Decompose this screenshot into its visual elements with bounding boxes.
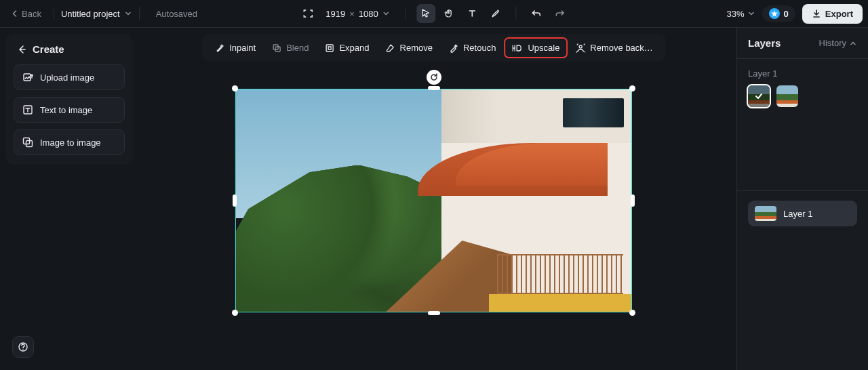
- topbar: Back Untitled project Autosaved 1919 × 1…: [0, 0, 868, 28]
- project-title[interactable]: Untitled project: [61, 9, 120, 19]
- autosave-status: Autosaved: [156, 9, 197, 19]
- back-button[interactable]: Back: [5, 6, 47, 22]
- help-icon: [18, 342, 28, 352]
- image-to-image-label: Image to image: [40, 138, 101, 148]
- export-button[interactable]: Export: [802, 4, 863, 24]
- hd-icon: [512, 44, 523, 52]
- credits-value: 0: [784, 9, 789, 19]
- handle-bottom-right[interactable]: [629, 310, 635, 316]
- text-tool-button[interactable]: [463, 4, 482, 23]
- handle-bottom[interactable]: [428, 311, 440, 315]
- upload-image-label: Upload image: [40, 73, 94, 83]
- blend-label: Blend: [286, 43, 309, 53]
- redo-button[interactable]: [551, 4, 570, 23]
- remove-button[interactable]: Remove: [378, 38, 440, 58]
- remove-bg-label: Remove back…: [590, 43, 652, 53]
- back-label: Back: [22, 9, 41, 19]
- project-chevron[interactable]: [124, 9, 132, 18]
- canvas-image[interactable]: [235, 89, 632, 312]
- retouch-button[interactable]: Retouch: [441, 38, 503, 58]
- image-railing: [497, 254, 624, 294]
- divider: [54, 7, 54, 20]
- handle-right[interactable]: [631, 194, 635, 207]
- layers-title: Layers: [748, 37, 781, 49]
- text-to-image-button[interactable]: Text to image: [14, 97, 125, 123]
- create-label: Create: [33, 43, 64, 55]
- variant-thumb-selected[interactable]: [748, 85, 770, 107]
- layer-item[interactable]: Layer 1: [748, 201, 857, 226]
- create-heading: Create: [16, 43, 125, 55]
- redo-icon: [555, 8, 566, 19]
- upscale-button[interactable]: Upscale: [505, 38, 567, 58]
- remove-label: Remove: [400, 43, 433, 53]
- remove-bg-icon: [576, 43, 585, 53]
- divider: [516, 7, 517, 20]
- brush-icon: [490, 8, 501, 19]
- text-to-image-label: Text to image: [40, 105, 92, 115]
- layer-item-label: Layer 1: [783, 209, 812, 219]
- hand-icon: [444, 8, 455, 19]
- hand-tool-button[interactable]: [440, 4, 459, 23]
- chevron-up-icon: [849, 39, 857, 47]
- divider: [406, 7, 406, 20]
- chevron-left-icon: [11, 9, 19, 18]
- history-label: History: [819, 38, 846, 48]
- dimension-x: ×: [349, 9, 355, 19]
- select-tool-button[interactable]: [417, 4, 436, 23]
- layer-list: Layer 1: [737, 191, 868, 236]
- inpaint-button[interactable]: Inpaint: [208, 38, 263, 58]
- zoom-dropdown[interactable]: 33%: [727, 9, 755, 19]
- expand-label: Expand: [339, 43, 369, 53]
- retouch-icon: [449, 43, 458, 53]
- create-panel: Create Upload image Text to image Image …: [5, 34, 133, 165]
- image-floor: [489, 294, 631, 312]
- variant-thumb[interactable]: [776, 85, 798, 107]
- chevron-down-icon: [124, 9, 132, 18]
- remove-background-button[interactable]: Remove back…: [568, 38, 660, 58]
- topbar-right: 33% 0 Export: [727, 4, 863, 24]
- image-window: [563, 98, 624, 127]
- upload-image-button[interactable]: Upload image: [14, 64, 125, 90]
- eraser-icon: [386, 43, 395, 53]
- topbar-center: 1919 × 1080: [298, 4, 569, 23]
- layer-section-label: Layer 1: [748, 68, 857, 79]
- handle-bottom-left[interactable]: [232, 310, 238, 316]
- handle-top[interactable]: [428, 86, 440, 90]
- handle-top-left[interactable]: [232, 85, 238, 91]
- text-image-icon: [22, 104, 33, 115]
- credits-indicator[interactable]: 0: [762, 5, 795, 22]
- canvas-selection[interactable]: [235, 89, 632, 312]
- credits-icon: [769, 8, 780, 19]
- download-icon: [812, 9, 821, 18]
- layers-panel: Layers History Layer 1 Layer 1: [736, 28, 868, 370]
- back-arrow-icon: [16, 44, 27, 55]
- chevron-down-icon: [382, 9, 391, 18]
- canvas-width: 1919: [326, 9, 345, 19]
- blend-button: Blend: [264, 38, 316, 58]
- history-toggle[interactable]: History: [819, 38, 857, 48]
- canvas-height: 1080: [359, 9, 378, 19]
- text-icon: [467, 8, 478, 19]
- chevron-down-icon: [747, 9, 755, 18]
- fit-screen-button[interactable]: [298, 4, 317, 23]
- expand-button[interactable]: Expand: [317, 38, 376, 58]
- check-icon: [754, 91, 764, 101]
- brush-tool-button[interactable]: [486, 4, 505, 23]
- handle-top-right[interactable]: [629, 85, 635, 91]
- wand-icon: [215, 43, 224, 53]
- rotate-icon: [429, 73, 439, 82]
- inpaint-label: Inpaint: [229, 43, 256, 53]
- upscale-label: Upscale: [528, 43, 559, 53]
- svg-marker-0: [771, 10, 778, 17]
- handle-left[interactable]: [233, 194, 237, 207]
- check-overlay: [748, 85, 770, 107]
- image-upload-icon: [22, 72, 33, 83]
- dimensions-dropdown[interactable]: 1919 × 1080: [321, 9, 394, 19]
- undo-icon: [532, 8, 542, 19]
- rotate-handle[interactable]: [427, 70, 441, 85]
- image-to-image-button[interactable]: Image to image: [14, 129, 125, 155]
- panel-spacer: [737, 117, 868, 191]
- cursor-icon: [421, 8, 432, 19]
- help-button[interactable]: [12, 336, 34, 358]
- undo-button[interactable]: [528, 4, 547, 23]
